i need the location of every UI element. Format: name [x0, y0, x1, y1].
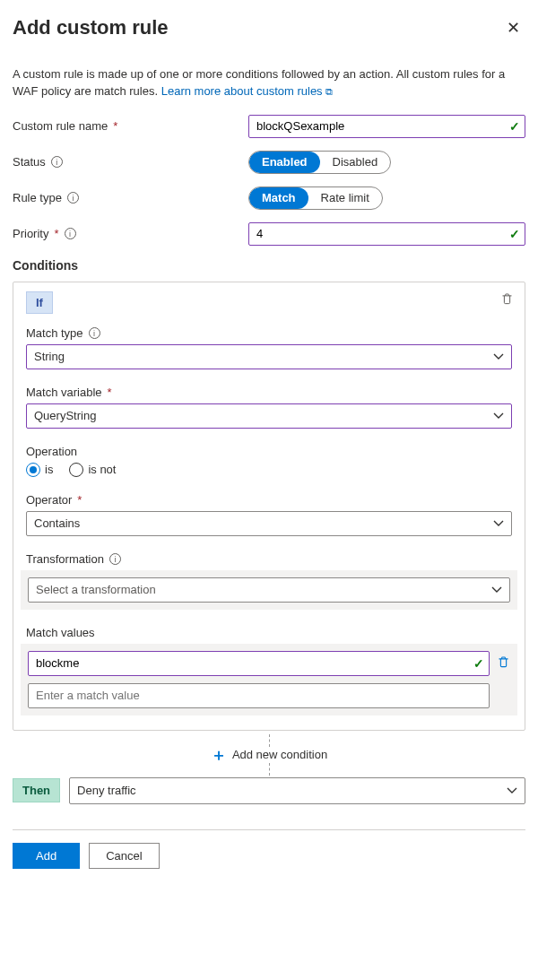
add-condition-label: Add new condition: [232, 748, 327, 761]
match-type-value: String: [34, 350, 65, 363]
delete-value-icon[interactable]: [497, 655, 510, 672]
close-icon[interactable]: ✕: [501, 16, 525, 39]
checkmark-icon: ✓: [509, 227, 520, 241]
match-type-label: Match type i: [26, 326, 512, 340]
chevron-down-icon: [493, 412, 504, 420]
external-link-icon: ⧉: [325, 86, 333, 97]
match-variable-select[interactable]: QueryString: [26, 403, 512, 429]
chevron-down-icon: [507, 787, 517, 794]
add-button[interactable]: Add: [13, 843, 80, 869]
status-label: Status i: [13, 155, 248, 169]
checkmark-icon: ✓: [473, 656, 484, 671]
info-icon[interactable]: i: [51, 156, 63, 168]
rule-type-toggle[interactable]: Match Rate limit: [248, 186, 383, 210]
transformation-label: Transformation i: [26, 552, 512, 566]
condition-card: If Match type i String Match variable* Q…: [13, 282, 525, 731]
checkmark-icon: ✓: [509, 119, 520, 134]
operation-isnot-label: is not: [88, 463, 116, 476]
operator-select[interactable]: Contains: [26, 511, 512, 536]
status-disabled-option[interactable]: Disabled: [320, 152, 391, 173]
rule-name-label: Custom rule name*: [13, 119, 248, 133]
rule-type-label: Rule type i: [13, 191, 248, 204]
operation-label: Operation: [26, 445, 512, 458]
operator-value: Contains: [34, 516, 80, 530]
match-value-input-0[interactable]: [28, 651, 490, 676]
info-icon[interactable]: i: [67, 192, 79, 204]
info-icon[interactable]: i: [89, 327, 100, 339]
then-chip: Then: [13, 778, 60, 802]
add-condition-button[interactable]: ＋ Add new condition: [211, 747, 327, 763]
learn-more-link[interactable]: Learn more about custom rules ⧉: [161, 84, 334, 98]
match-variable-value: QueryString: [34, 409, 96, 422]
action-select[interactable]: Deny traffic: [69, 777, 525, 804]
info-icon[interactable]: i: [65, 228, 76, 239]
rule-type-rate-option[interactable]: Rate limit: [308, 187, 382, 209]
if-chip: If: [26, 291, 53, 314]
rule-type-match-option[interactable]: Match: [249, 187, 308, 209]
chevron-down-icon: [493, 520, 504, 527]
priority-input[interactable]: [248, 222, 525, 246]
description-text: A custom rule is made up of one or more …: [13, 66, 525, 100]
page-title: Add custom rule: [13, 16, 169, 39]
priority-label: Priority* i: [13, 227, 248, 240]
operator-label: Operator*: [26, 493, 512, 507]
match-value-input-new[interactable]: [28, 683, 490, 708]
chevron-down-icon: [493, 353, 504, 360]
info-icon[interactable]: i: [109, 553, 121, 565]
operation-is-label: is: [45, 463, 53, 476]
match-type-select[interactable]: String: [26, 344, 512, 369]
action-value: Deny traffic: [77, 784, 136, 797]
match-variable-label: Match variable*: [26, 386, 512, 399]
delete-condition-icon[interactable]: [500, 291, 514, 308]
transformation-placeholder: Select a transformation: [36, 583, 156, 596]
connector-line: [269, 734, 270, 747]
operation-is-radio[interactable]: is: [26, 463, 53, 477]
conditions-heading: Conditions: [13, 258, 525, 273]
match-values-label: Match values: [26, 626, 512, 639]
plus-icon: ＋: [211, 747, 227, 763]
transformation-select[interactable]: Select a transformation: [28, 577, 510, 603]
status-toggle[interactable]: Enabled Disabled: [248, 151, 391, 174]
status-enabled-option[interactable]: Enabled: [249, 152, 320, 173]
chevron-down-icon: [491, 586, 502, 594]
cancel-button[interactable]: Cancel: [89, 843, 159, 869]
rule-name-input[interactable]: [248, 115, 525, 138]
connector-line: [269, 763, 270, 776]
operation-isnot-radio[interactable]: is not: [69, 463, 116, 477]
